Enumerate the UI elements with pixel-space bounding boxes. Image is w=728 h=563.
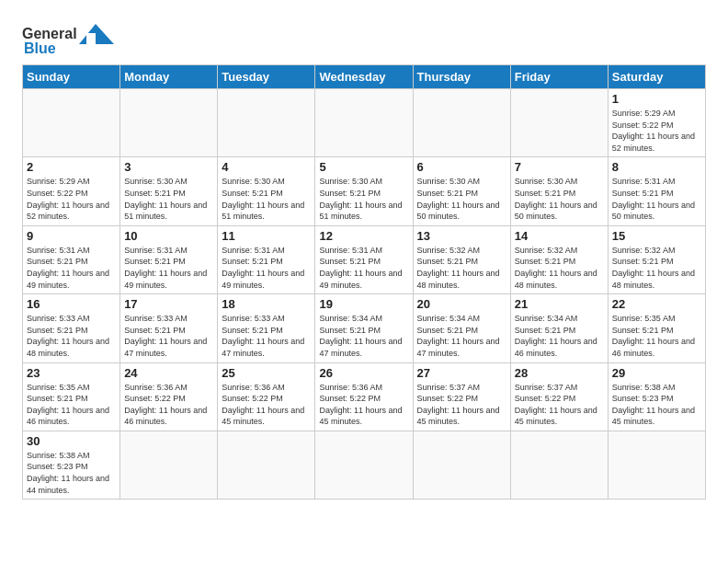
calendar-cell [120, 89, 218, 157]
day-number: 7 [515, 160, 604, 174]
day-number: 5 [319, 160, 408, 174]
week-row-3: 16Sunrise: 5:33 AM Sunset: 5:21 PM Dayli… [23, 294, 706, 362]
calendar-cell: 17Sunrise: 5:33 AM Sunset: 5:21 PM Dayli… [120, 294, 218, 362]
day-info: Sunrise: 5:37 AM Sunset: 5:22 PM Dayligh… [417, 382, 506, 428]
logo-icon [79, 24, 114, 44]
calendar-cell: 18Sunrise: 5:33 AM Sunset: 5:21 PM Dayli… [218, 294, 315, 362]
weekday-header-row: SundayMondayTuesdayWednesdayThursdayFrid… [23, 65, 706, 89]
calendar-cell [608, 431, 705, 499]
day-number: 16 [27, 297, 116, 311]
calendar-cell: 6Sunrise: 5:30 AM Sunset: 5:21 PM Daylig… [413, 157, 510, 225]
logo: General Blue [22, 18, 114, 57]
day-info: Sunrise: 5:37 AM Sunset: 5:22 PM Dayligh… [515, 382, 604, 428]
day-number: 8 [612, 160, 701, 174]
calendar-cell: 8Sunrise: 5:31 AM Sunset: 5:21 PM Daylig… [608, 157, 705, 225]
calendar-cell: 15Sunrise: 5:32 AM Sunset: 5:21 PM Dayli… [608, 225, 705, 293]
day-info: Sunrise: 5:31 AM Sunset: 5:21 PM Dayligh… [27, 245, 116, 291]
weekday-header-wednesday: Wednesday [315, 65, 413, 89]
day-number: 1 [612, 92, 701, 106]
calendar-cell [218, 89, 315, 157]
day-number: 19 [319, 297, 408, 311]
day-number: 21 [515, 297, 604, 311]
weekday-header-friday: Friday [510, 65, 608, 89]
calendar-cell [315, 431, 413, 499]
week-row-2: 9Sunrise: 5:31 AM Sunset: 5:21 PM Daylig… [23, 225, 706, 293]
calendar-cell: 26Sunrise: 5:36 AM Sunset: 5:22 PM Dayli… [315, 362, 413, 431]
calendar-cell: 7Sunrise: 5:30 AM Sunset: 5:21 PM Daylig… [510, 157, 608, 225]
calendar-cell: 16Sunrise: 5:33 AM Sunset: 5:21 PM Dayli… [23, 294, 120, 362]
day-info: Sunrise: 5:31 AM Sunset: 5:21 PM Dayligh… [124, 245, 213, 291]
calendar-cell: 5Sunrise: 5:30 AM Sunset: 5:21 PM Daylig… [315, 157, 413, 225]
day-info: Sunrise: 5:35 AM Sunset: 5:21 PM Dayligh… [612, 313, 701, 359]
calendar-cell: 27Sunrise: 5:37 AM Sunset: 5:22 PM Dayli… [413, 362, 510, 431]
calendar-cell: 23Sunrise: 5:35 AM Sunset: 5:21 PM Dayli… [23, 362, 120, 431]
weekday-header-saturday: Saturday [608, 65, 705, 89]
day-number: 20 [417, 297, 506, 311]
calendar-cell: 20Sunrise: 5:34 AM Sunset: 5:21 PM Dayli… [413, 294, 510, 362]
svg-rect-1 [86, 33, 96, 44]
day-number: 22 [612, 297, 701, 311]
day-number: 13 [417, 229, 506, 243]
calendar-cell: 21Sunrise: 5:34 AM Sunset: 5:21 PM Dayli… [510, 294, 608, 362]
day-info: Sunrise: 5:36 AM Sunset: 5:22 PM Dayligh… [222, 382, 311, 428]
calendar-cell: 2Sunrise: 5:29 AM Sunset: 5:22 PM Daylig… [23, 157, 120, 225]
day-info: Sunrise: 5:33 AM Sunset: 5:21 PM Dayligh… [27, 313, 116, 359]
title-area [114, 18, 706, 20]
day-number: 23 [27, 366, 116, 380]
day-info: Sunrise: 5:29 AM Sunset: 5:22 PM Dayligh… [27, 176, 116, 222]
calendar-cell: 1Sunrise: 5:29 AM Sunset: 5:22 PM Daylig… [608, 89, 705, 157]
day-number: 28 [515, 366, 604, 380]
day-number: 3 [124, 160, 213, 174]
day-info: Sunrise: 5:33 AM Sunset: 5:21 PM Dayligh… [222, 313, 311, 359]
calendar: SundayMondayTuesdayWednesdayThursdayFrid… [22, 64, 706, 500]
day-info: Sunrise: 5:33 AM Sunset: 5:21 PM Dayligh… [124, 313, 213, 359]
day-number: 14 [515, 229, 604, 243]
day-info: Sunrise: 5:34 AM Sunset: 5:21 PM Dayligh… [417, 313, 506, 359]
day-number: 27 [417, 366, 506, 380]
day-info: Sunrise: 5:35 AM Sunset: 5:21 PM Dayligh… [27, 382, 116, 428]
weekday-header-monday: Monday [120, 65, 218, 89]
calendar-cell: 29Sunrise: 5:38 AM Sunset: 5:23 PM Dayli… [608, 362, 705, 431]
day-info: Sunrise: 5:38 AM Sunset: 5:23 PM Dayligh… [27, 450, 116, 496]
calendar-cell [510, 89, 608, 157]
calendar-cell: 12Sunrise: 5:31 AM Sunset: 5:21 PM Dayli… [315, 225, 413, 293]
calendar-cell: 22Sunrise: 5:35 AM Sunset: 5:21 PM Dayli… [608, 294, 705, 362]
calendar-cell [413, 431, 510, 499]
day-info: Sunrise: 5:31 AM Sunset: 5:21 PM Dayligh… [612, 176, 701, 222]
day-number: 11 [222, 229, 311, 243]
day-number: 12 [319, 229, 408, 243]
day-info: Sunrise: 5:32 AM Sunset: 5:21 PM Dayligh… [612, 245, 701, 291]
calendar-cell: 30Sunrise: 5:38 AM Sunset: 5:23 PM Dayli… [23, 431, 120, 499]
day-number: 15 [612, 229, 701, 243]
weekday-header-thursday: Thursday [413, 65, 510, 89]
calendar-cell: 25Sunrise: 5:36 AM Sunset: 5:22 PM Dayli… [218, 362, 315, 431]
calendar-cell: 9Sunrise: 5:31 AM Sunset: 5:21 PM Daylig… [23, 225, 120, 293]
calendar-cell: 14Sunrise: 5:32 AM Sunset: 5:21 PM Dayli… [510, 225, 608, 293]
day-info: Sunrise: 5:30 AM Sunset: 5:21 PM Dayligh… [515, 176, 604, 222]
calendar-cell [413, 89, 510, 157]
calendar-cell: 3Sunrise: 5:30 AM Sunset: 5:21 PM Daylig… [120, 157, 218, 225]
day-number: 18 [222, 297, 311, 311]
calendar-cell [218, 431, 315, 499]
day-info: Sunrise: 5:32 AM Sunset: 5:21 PM Dayligh… [515, 245, 604, 291]
day-number: 6 [417, 160, 506, 174]
day-info: Sunrise: 5:34 AM Sunset: 5:21 PM Dayligh… [515, 313, 604, 359]
day-number: 30 [27, 434, 116, 448]
day-info: Sunrise: 5:29 AM Sunset: 5:22 PM Dayligh… [612, 108, 701, 154]
day-info: Sunrise: 5:30 AM Sunset: 5:21 PM Dayligh… [319, 176, 408, 222]
week-row-1: 2Sunrise: 5:29 AM Sunset: 5:22 PM Daylig… [23, 157, 706, 225]
calendar-cell: 13Sunrise: 5:32 AM Sunset: 5:21 PM Dayli… [413, 225, 510, 293]
calendar-cell: 4Sunrise: 5:30 AM Sunset: 5:21 PM Daylig… [218, 157, 315, 225]
calendar-cell [23, 89, 120, 157]
calendar-cell [120, 431, 218, 499]
calendar-cell [510, 431, 608, 499]
day-number: 26 [319, 366, 408, 380]
week-row-4: 23Sunrise: 5:35 AM Sunset: 5:21 PM Dayli… [23, 362, 706, 431]
calendar-cell [315, 89, 413, 157]
day-info: Sunrise: 5:30 AM Sunset: 5:21 PM Dayligh… [417, 176, 506, 222]
day-number: 9 [27, 229, 116, 243]
day-info: Sunrise: 5:31 AM Sunset: 5:21 PM Dayligh… [319, 245, 408, 291]
calendar-cell: 19Sunrise: 5:34 AM Sunset: 5:21 PM Dayli… [315, 294, 413, 362]
calendar-cell: 11Sunrise: 5:31 AM Sunset: 5:21 PM Dayli… [218, 225, 315, 293]
logo-blue-text: Blue [24, 40, 56, 57]
